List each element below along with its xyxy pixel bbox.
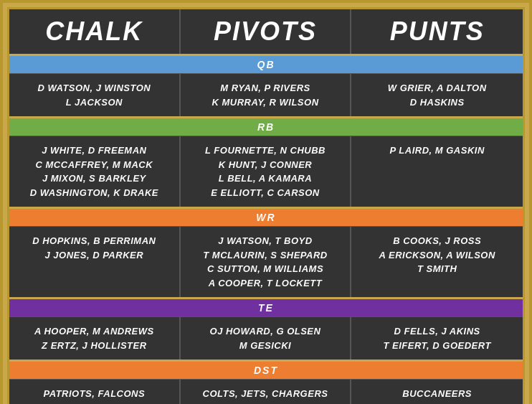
- cell-rb-0-1: L Fournette, N Chubb K Hunt, J Conner L …: [181, 136, 352, 207]
- table-wrapper: CHALK PIVOTS PUNTS QBD Watson, J Winston…: [7, 7, 525, 404]
- data-row-qb-0: D Watson, J Winston L JacksonM Ryan, P R…: [9, 73, 523, 116]
- header-row: CHALK PIVOTS PUNTS: [9, 9, 523, 54]
- cell-wr-0-0: D Hopkins, B Perriman J Jones, D Parker: [9, 227, 181, 297]
- data-row-te-0: A Hooper, M Andrews Z Ertz, J HollisterO…: [9, 316, 523, 360]
- data-row-rb-0: J White, D Freeman C McCaffrey, M Mack J…: [9, 136, 523, 207]
- cell-dst-0-0: Patriots, Falcons: [9, 380, 181, 404]
- cell-wr-0-2: B Cooks, J Ross A Erickson, A Wilson T S…: [351, 227, 523, 297]
- sections-container: QBD Watson, J Winston L JacksonM Ryan, P…: [9, 54, 523, 404]
- section-label-te: TE: [9, 299, 523, 316]
- section-label-wr: WR: [9, 209, 523, 226]
- cell-rb-0-0: J White, D Freeman C McCaffrey, M Mack J…: [9, 136, 181, 207]
- cell-te-0-1: OJ Howard, G Olsen M Gesicki: [181, 317, 352, 360]
- cell-te-0-2: D Fells, J Akins T Eifert, D Goedert: [351, 317, 523, 360]
- section-label-rb: RB: [9, 118, 523, 136]
- cell-te-0-0: A Hooper, M Andrews Z Ertz, J Hollister: [9, 317, 181, 360]
- cell-qb-0-2: W Grier, A Dalton D Haskins: [351, 74, 523, 116]
- cell-rb-0-2: P Laird, M Gaskin: [351, 136, 523, 207]
- header-chalk: CHALK: [9, 9, 181, 54]
- cell-dst-0-1: Colts, Jets, Chargers: [181, 380, 352, 404]
- cell-wr-0-1: J Watson, T Boyd T McLaurin, S Shepard C…: [181, 227, 352, 297]
- section-label-dst: DST: [9, 362, 523, 379]
- data-row-dst-0: Patriots, FalconsColts, Jets, ChargersBu…: [9, 379, 523, 404]
- header-punts: PUNTS: [351, 9, 523, 54]
- header-pivots: PIVOTS: [181, 9, 352, 54]
- cell-qb-0-1: M Ryan, P Rivers K Murray, R Wilson: [181, 74, 352, 116]
- section-label-qb: QB: [9, 56, 523, 73]
- cell-dst-0-2: Buccaneers: [351, 380, 523, 404]
- data-row-wr-0: D Hopkins, B Perriman J Jones, D ParkerJ…: [9, 226, 523, 297]
- outer-border: CHALK PIVOTS PUNTS QBD Watson, J Winston…: [0, 0, 532, 404]
- cell-qb-0-0: D Watson, J Winston L Jackson: [9, 74, 181, 116]
